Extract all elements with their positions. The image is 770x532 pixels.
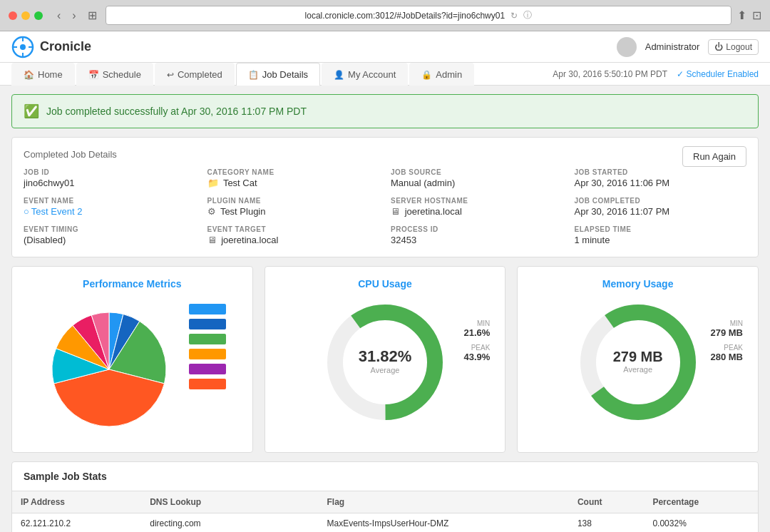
new-tab-icon[interactable]: ⊡ bbox=[752, 9, 761, 22]
close-button[interactable] bbox=[9, 11, 17, 20]
maximize-button[interactable] bbox=[34, 11, 43, 20]
tab-my-account[interactable]: 👤 My Account bbox=[322, 63, 408, 86]
share-icon[interactable]: ⬆ bbox=[737, 9, 746, 22]
run-again-button[interactable]: Run Again bbox=[682, 146, 746, 167]
tab-admin-label: Admin bbox=[436, 69, 462, 80]
col-pct: Percentage bbox=[644, 491, 758, 513]
cell-dns: directing.com bbox=[141, 513, 318, 533]
event-timing-value: (Disabled) bbox=[24, 235, 196, 245]
completed-icon: ↩ bbox=[167, 70, 174, 80]
event-link-icon: ○ bbox=[24, 206, 29, 217]
tab-schedule-label: Schedule bbox=[103, 69, 141, 80]
event-name-label: EVENT NAME bbox=[24, 197, 196, 205]
col-flag: Flag bbox=[319, 491, 569, 513]
job-completed-value: Apr 30, 2016 11:07 PM bbox=[575, 206, 747, 217]
reload-icon[interactable]: ↻ bbox=[510, 11, 518, 21]
tab-grid-button[interactable]: ⊞ bbox=[85, 7, 100, 24]
performance-metrics-panel: Performance Metrics bbox=[11, 266, 253, 453]
logo: Cronicle bbox=[11, 36, 91, 58]
forward-button[interactable]: › bbox=[69, 8, 78, 24]
elapsed-time-label: ELAPSED TIME bbox=[575, 225, 747, 233]
field-event-timing: EVENT TIMING (Disabled) bbox=[24, 225, 196, 245]
field-event-name: EVENT NAME ○ Test Event 2 bbox=[24, 197, 196, 217]
top-nav: Cronicle Administrator ⏻ Logout bbox=[0, 31, 770, 63]
server-icon: 🖥 bbox=[391, 206, 400, 217]
info-icon[interactable]: ⓘ bbox=[523, 9, 532, 21]
legend-item bbox=[189, 304, 226, 314]
memory-average-label: Average bbox=[613, 365, 663, 374]
cell-pct: 0.0032% bbox=[644, 513, 758, 533]
tab-bar: 🏠 Home 📅 Schedule ↩ Completed 📋 Job Deta… bbox=[0, 63, 770, 86]
content: ✅ Job completed successfully at Apr 30, … bbox=[0, 86, 770, 532]
browser-right-controls: ⬆ ⊡ bbox=[737, 9, 761, 22]
server-hostname-value: 🖥 joeretina.local bbox=[391, 206, 563, 217]
pie-legend bbox=[189, 304, 226, 392]
field-category: CATEGORY NAME 📁 Test Cat bbox=[207, 168, 380, 188]
tab-datetime: Apr 30, 2016 5:50:10 PM PDT ✓ Scheduler … bbox=[553, 63, 759, 85]
pie-chart-container bbox=[24, 298, 241, 441]
tab-admin[interactable]: 🔒 Admin bbox=[409, 63, 474, 86]
tab-my-account-label: My Account bbox=[348, 69, 396, 80]
browser-chrome: ‹ › ⊞ local.cronicle.com:3012/#JobDetail… bbox=[0, 0, 770, 31]
process-id-value: 32453 bbox=[391, 235, 563, 245]
cpu-peak-value: 43.9% bbox=[463, 352, 490, 362]
job-id-value: jino6chwy01 bbox=[24, 178, 196, 188]
success-icon: ✅ bbox=[24, 103, 39, 119]
panel-title: Completed Job Details bbox=[24, 149, 117, 160]
job-completed-label: JOB COMPLETED bbox=[575, 197, 747, 205]
home-icon: 🏠 bbox=[24, 70, 34, 80]
back-button[interactable]: ‹ bbox=[54, 8, 63, 24]
cell-count: 138 bbox=[569, 513, 645, 533]
legend-item bbox=[189, 364, 226, 374]
table-row: 62.121.210.2 directing.com MaxEvents-Imp… bbox=[12, 513, 758, 533]
tab-completed[interactable]: ↩ Completed bbox=[155, 63, 235, 86]
category-value: 📁 Test Cat bbox=[207, 178, 380, 188]
pie-chart bbox=[38, 298, 180, 441]
field-server-hostname: SERVER HOSTNAME 🖥 joeretina.local bbox=[391, 197, 563, 217]
logo-icon bbox=[11, 36, 34, 58]
plugin-icon: ⚙ bbox=[207, 206, 216, 217]
event-name-value[interactable]: ○ Test Event 2 bbox=[24, 206, 196, 217]
tab-schedule[interactable]: 📅 Schedule bbox=[76, 63, 153, 86]
job-source-value: Manual (admin) bbox=[391, 178, 563, 188]
memory-average-value: 279 MB bbox=[613, 349, 663, 365]
admin-icon: 🔒 bbox=[421, 70, 432, 80]
cpu-peak-stat: PEAK 43.9% bbox=[463, 344, 490, 362]
elapsed-time-value: 1 minute bbox=[575, 235, 747, 245]
stats-table: IP Address DNS Lookup Flag Count Percent… bbox=[12, 491, 758, 532]
admin-name: Administrator bbox=[645, 41, 700, 52]
sample-stats-title: Sample Job Stats bbox=[12, 462, 758, 491]
minimize-button[interactable] bbox=[21, 11, 30, 20]
plugin-name-value: ⚙ Test Plugin bbox=[207, 206, 380, 217]
scheduler-status: ✓ Scheduler Enabled bbox=[677, 69, 759, 79]
cell-ip: 62.121.210.2 bbox=[12, 513, 141, 533]
memory-peak-value: 280 MB bbox=[710, 352, 743, 362]
tab-home-label: Home bbox=[38, 69, 63, 80]
job-details-icon: 📋 bbox=[248, 70, 259, 80]
memory-min-value: 279 MB bbox=[710, 327, 743, 338]
address-bar[interactable]: local.cronicle.com:3012/#JobDetails?id=j… bbox=[106, 6, 732, 25]
field-job-id: JOB ID jino6chwy01 bbox=[24, 168, 196, 188]
tab-job-details-label: Job Details bbox=[262, 69, 308, 80]
legend-item bbox=[189, 319, 226, 329]
field-elapsed-time: ELAPSED TIME 1 minute bbox=[575, 225, 747, 245]
svg-point-1 bbox=[20, 44, 26, 50]
logout-button[interactable]: ⏻ Logout bbox=[708, 39, 759, 55]
performance-metrics-title: Performance Metrics bbox=[24, 278, 241, 290]
success-text: Job completed successfully at Apr 30, 20… bbox=[46, 106, 307, 117]
job-panel: Completed Job Details Run Again JOB ID j… bbox=[11, 137, 759, 257]
legend-item bbox=[189, 334, 226, 344]
memory-min-stat: MIN 279 MB bbox=[710, 319, 743, 338]
job-started-value: Apr 30, 2016 11:06 PM bbox=[575, 178, 747, 188]
field-job-started: JOB STARTED Apr 30, 2016 11:06 PM bbox=[575, 168, 747, 188]
cell-flag: MaxEvents-ImpsUserHour-DMZ bbox=[319, 513, 569, 533]
tab-completed-label: Completed bbox=[178, 69, 222, 80]
tab-home[interactable]: 🏠 Home bbox=[11, 63, 75, 86]
field-job-completed: JOB COMPLETED Apr 30, 2016 11:07 PM bbox=[575, 197, 747, 217]
tab-job-details[interactable]: 📋 Job Details bbox=[236, 63, 320, 86]
job-fields: JOB ID jino6chwy01 CATEGORY NAME 📁 Test … bbox=[24, 168, 746, 245]
field-plugin-name: PLUGIN NAME ⚙ Test Plugin bbox=[207, 197, 380, 217]
event-target-label: EVENT TARGET bbox=[207, 225, 380, 233]
memory-usage-panel: Memory Usage 279 MB Average MIN 279 MB bbox=[517, 266, 759, 453]
memory-usage-title: Memory Usage bbox=[529, 278, 746, 290]
